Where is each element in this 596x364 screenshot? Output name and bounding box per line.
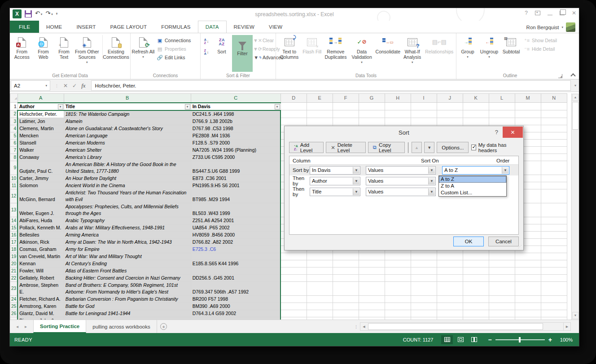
call-number-cell[interactable] <box>191 253 280 260</box>
scroll-left-icon[interactable]: ◀ <box>360 323 368 330</box>
title-cell[interactable]: An Hour Before Daylight <box>64 175 191 182</box>
call-number-cell[interactable]: HV8059 .B456 2000 <box>191 231 280 238</box>
row-header-1[interactable]: 1 <box>10 103 18 110</box>
empty-cell[interactable] <box>541 224 567 231</box>
collapse-ribbon-icon[interactable] <box>571 73 575 77</box>
row-header-11[interactable]: 11 <box>10 182 18 189</box>
hide-detail-button[interactable]: ⁻≡ Hide Detail <box>522 45 559 53</box>
column-select[interactable]: Title▼ <box>310 188 360 196</box>
empty-cell[interactable] <box>307 267 333 274</box>
column-header-J[interactable]: J <box>437 94 463 103</box>
empty-cell[interactable] <box>489 274 515 281</box>
zoom-slider-thumb[interactable] <box>519 337 521 342</box>
row-header-6[interactable]: 6 <box>10 139 18 146</box>
row-header-18[interactable]: 18 <box>10 246 18 253</box>
title-cell[interactable]: Arabic Typography <box>64 217 191 224</box>
sheet-nav-left-icon[interactable]: ◂ <box>16 324 18 329</box>
call-number-cell[interactable]: D769.347 506th .A57 1992 <box>191 281 280 295</box>
empty-cell[interactable] <box>385 274 411 281</box>
row-header-14[interactable]: 14 <box>10 217 18 224</box>
select-all-corner[interactable]: ◢ <box>10 94 18 103</box>
empty-cell[interactable] <box>489 281 515 295</box>
empty-cell[interactable] <box>359 295 385 303</box>
title-cell[interactable]: Atlas of Eastern Front Battles <box>64 267 191 274</box>
empty-cell[interactable] <box>411 118 437 125</box>
title-cell[interactable]: Army for Empire <box>64 246 191 253</box>
empty-cell[interactable] <box>541 260 567 267</box>
empty-cell[interactable] <box>463 295 489 303</box>
title-cell[interactable]: An American Bible: A History of the Good… <box>64 161 191 175</box>
empty-cell[interactable] <box>280 310 307 317</box>
empty-cell[interactable] <box>463 110 489 118</box>
empty-cell[interactable] <box>541 303 567 310</box>
sort-ascending-icon[interactable]: AZ↓ <box>202 36 211 46</box>
existing-connections-button[interactable]: Existing Connections <box>102 35 129 60</box>
empty-cell[interactable] <box>411 260 437 267</box>
empty-cell[interactable] <box>333 295 359 303</box>
worksheet-area[interactable]: ◢ABCDEFGHIJKLMN1Author▾Title▾In Davis▾2H… <box>10 93 579 320</box>
column-header-L[interactable]: L <box>489 94 515 103</box>
empty-cell[interactable] <box>333 274 359 281</box>
empty-cell[interactable] <box>437 118 463 125</box>
new-sheet-button[interactable]: + <box>157 320 171 333</box>
row-header-21[interactable]: 21 <box>10 267 18 274</box>
call-number-cell[interactable]: E725.3 .C6 <box>191 246 280 253</box>
column-header-H[interactable]: H <box>385 94 411 103</box>
empty-cell[interactable] <box>541 175 567 182</box>
empty-cell[interactable] <box>280 295 307 303</box>
author-cell[interactable]: Latimer, Jon <box>18 118 64 125</box>
column-header-B[interactable]: B <box>64 94 191 103</box>
resize-grip[interactable]: ⋰ <box>518 245 522 249</box>
empty-cell[interactable] <box>333 303 359 310</box>
column-select[interactable]: Author▼ <box>310 177 360 185</box>
empty-cell[interactable] <box>359 267 385 274</box>
empty-cell[interactable] <box>280 267 307 274</box>
column-header-I[interactable]: I <box>411 94 437 103</box>
call-number-cell[interactable]: PE2808 .M4 1936 <box>191 132 280 139</box>
horizontal-scrollbar[interactable]: ◀ ▶ <box>360 322 571 331</box>
call-number-cell[interactable]: DC241.5 .H64 1998 <box>191 110 280 118</box>
empty-cell[interactable] <box>307 253 333 260</box>
empty-cell[interactable] <box>463 281 489 295</box>
title-cell[interactable]: American Shelter <box>64 146 191 153</box>
empty-cell[interactable] <box>333 260 359 267</box>
empty-cell[interactable] <box>333 281 359 295</box>
empty-cell[interactable] <box>489 260 515 267</box>
column-header-E[interactable]: E <box>307 94 333 103</box>
from-text-button[interactable]: ≡ From Text <box>54 35 74 60</box>
confirm-entry-icon[interactable]: ✓ <box>72 83 77 89</box>
empty-cell[interactable] <box>541 295 567 303</box>
empty-cell[interactable] <box>280 110 307 118</box>
author-cell[interactable]: Fletcher, Richard A. <box>18 295 64 303</box>
empty-cell[interactable] <box>541 118 567 125</box>
empty-cell[interactable] <box>385 103 411 110</box>
empty-cell[interactable] <box>541 238 567 246</box>
outline-dialog-launcher-icon[interactable] <box>558 74 562 78</box>
column-header-M[interactable]: M <box>515 94 541 103</box>
empty-cell[interactable] <box>307 260 333 267</box>
empty-cell[interactable] <box>437 303 463 310</box>
row-header-12[interactable]: 12 <box>10 189 18 203</box>
title-cell[interactable]: Alamein <box>64 118 191 125</box>
move-down-button[interactable]: ▼ <box>424 142 434 153</box>
filter-dropdown-icon[interactable]: ▾ <box>275 104 280 110</box>
empty-cell[interactable] <box>333 103 359 110</box>
empty-cell[interactable] <box>411 103 437 110</box>
empty-cell[interactable] <box>489 310 515 317</box>
title-cell[interactable]: Apocalypses: Prophecies, Cults, and Mill… <box>64 203 191 217</box>
text-to-columns-button[interactable]: ⤸ Text to Columns <box>277 35 302 60</box>
empty-cell[interactable] <box>385 260 411 267</box>
consolidate-button[interactable]: →▭ Consolidate <box>375 35 401 54</box>
flash-fill-button[interactable]: ⚡ Flash Fill <box>302 35 322 54</box>
empty-cell[interactable] <box>463 310 489 317</box>
row-header-15[interactable]: 15 <box>10 224 18 231</box>
empty-cell[interactable] <box>541 103 567 110</box>
formula-input[interactable]: Hofschröer, Peter. <box>91 80 571 91</box>
sort-on-select[interactable]: Values▼ <box>366 188 436 196</box>
empty-cell[interactable] <box>541 310 567 317</box>
empty-cell[interactable] <box>385 110 411 118</box>
empty-cell[interactable] <box>515 267 541 274</box>
insert-function-icon[interactable]: fx <box>81 82 85 89</box>
row-header-26[interactable]: 26 <box>10 310 18 317</box>
data-validation-button[interactable]: ✓⊘ Data Validation ▾ <box>349 35 374 64</box>
